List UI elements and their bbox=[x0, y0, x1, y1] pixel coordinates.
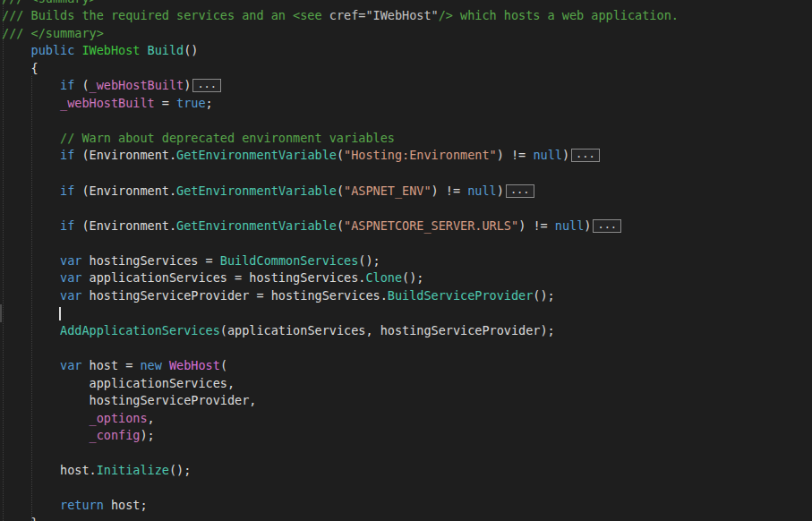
code-line[interactable] bbox=[2, 235, 679, 252]
code-token-pln: (); bbox=[358, 253, 380, 268]
code-token-kw: var bbox=[60, 253, 81, 268]
code-token-pln: (Environment. bbox=[74, 148, 176, 162]
folded-region-marker[interactable]: ... bbox=[506, 184, 534, 198]
code-token-pln: ( bbox=[74, 78, 89, 92]
code-token-pln bbox=[2, 253, 60, 268]
code-token-pln bbox=[2, 148, 60, 162]
code-line[interactable]: if (Environment.GetEnvironmentVariable("… bbox=[2, 218, 679, 235]
code-token-meth: Clone bbox=[365, 270, 402, 285]
code-token-kw: null bbox=[533, 148, 562, 162]
code-token-pln bbox=[2, 323, 60, 337]
code-token-com: // Warn about deprecated environment var… bbox=[2, 131, 395, 145]
code-token-pln: hostingServices = bbox=[81, 253, 219, 268]
code-token-pln bbox=[2, 428, 90, 442]
code-area[interactable]: /// <summary>/// Builds the required ser… bbox=[2, 0, 679, 521]
code-line[interactable]: /// <summary> bbox=[2, 0, 679, 7]
code-token-kw: null bbox=[555, 218, 585, 233]
code-line[interactable]: public IWebHost Build() bbox=[2, 42, 679, 60]
code-line[interactable] bbox=[2, 112, 679, 130]
code-token-pln: } bbox=[2, 516, 38, 521]
folded-region-marker[interactable]: ... bbox=[593, 219, 621, 233]
code-line[interactable]: } bbox=[2, 515, 679, 521]
code-line[interactable]: return host; bbox=[2, 497, 679, 515]
code-line[interactable]: AddApplicationServices(applicationServic… bbox=[2, 322, 679, 340]
code-token-kw: true bbox=[176, 96, 206, 110]
code-line[interactable]: if (_webHostBuilt)... bbox=[2, 77, 679, 95]
code-line[interactable] bbox=[2, 445, 679, 463]
code-token-pln: ( bbox=[220, 358, 227, 372]
code-token-docattr: cref="IWebHost" bbox=[329, 8, 439, 22]
code-token-pln: ( bbox=[337, 218, 344, 233]
code-line[interactable]: _config); bbox=[2, 427, 679, 445]
code-token-meth: Build bbox=[148, 43, 184, 57]
code-line[interactable] bbox=[2, 339, 679, 357]
code-line[interactable]: var hostingServices = BuildCommonService… bbox=[2, 252, 679, 270]
code-token-pln: (); bbox=[533, 288, 554, 303]
code-line[interactable]: var hostingServiceProvider = hostingServ… bbox=[2, 287, 679, 305]
code-line[interactable]: /// </summary> bbox=[2, 25, 679, 43]
code-line[interactable]: // Warn about deprecated environment var… bbox=[2, 130, 679, 148]
code-token-pln: ) != bbox=[497, 148, 534, 162]
code-token-fld: _webHostBuilt bbox=[90, 78, 184, 92]
code-token-fld: _options bbox=[90, 411, 148, 425]
code-token-pln: , bbox=[148, 411, 155, 425]
code-token-pln: () bbox=[184, 43, 198, 57]
code-token-kw: if bbox=[60, 78, 74, 92]
code-line[interactable]: _options, bbox=[2, 410, 679, 428]
code-token-pln bbox=[2, 43, 31, 57]
folded-region-marker[interactable]: ... bbox=[192, 79, 221, 92]
code-token-kw: return bbox=[60, 498, 104, 512]
code-line[interactable] bbox=[2, 200, 679, 218]
code-line[interactable]: { bbox=[2, 60, 679, 78]
code-token-kw: if bbox=[60, 184, 74, 198]
code-token-pln bbox=[2, 288, 60, 303]
code-token-kw: var bbox=[60, 288, 81, 303]
code-token-pln: hostingServiceProvider, bbox=[2, 393, 256, 407]
code-token-kw: new bbox=[140, 358, 161, 372]
code-token-typc: WebHost bbox=[169, 358, 220, 372]
code-token-pln: ) != bbox=[432, 184, 468, 198]
code-token-pln: (applicationServices, hostingServiceProv… bbox=[220, 323, 555, 337]
caret bbox=[59, 307, 61, 320]
code-token-meth: GetEnvironmentVariable bbox=[176, 184, 337, 198]
code-token-pln: ) bbox=[584, 218, 591, 233]
code-token-pln: ); bbox=[140, 428, 154, 442]
code-line[interactable]: hostingServiceProvider, bbox=[2, 392, 679, 410]
code-line[interactable] bbox=[2, 480, 679, 498]
code-token-doc: /// <summary> bbox=[2, 0, 97, 5]
code-token-kw: if bbox=[60, 148, 74, 162]
code-token-pln: { bbox=[2, 61, 38, 75]
code-token-pln: applicationServices = hostingServices. bbox=[81, 270, 365, 285]
code-token-str: "Hosting:Environment" bbox=[344, 148, 497, 162]
folded-region-marker[interactable]: ... bbox=[571, 149, 600, 162]
code-token-pln bbox=[2, 358, 60, 372]
code-token-pln: host = bbox=[81, 358, 140, 372]
editor-surface[interactable]: /// <summary>/// Builds the required ser… bbox=[0, 0, 812, 521]
code-token-meth: AddApplicationServices bbox=[60, 323, 220, 337]
code-line[interactable]: applicationServices, bbox=[2, 375, 679, 393]
code-token-typi: IWebHost bbox=[81, 43, 147, 57]
code-token-pln: host; bbox=[104, 498, 148, 512]
code-token-pln bbox=[162, 358, 169, 372]
code-line[interactable]: host.Initialize(); bbox=[2, 462, 679, 480]
code-token-doc: /> which hosts a web application. bbox=[439, 8, 679, 22]
code-token-str: "ASPNET_ENV" bbox=[344, 184, 432, 198]
code-line[interactable]: var applicationServices = hostingService… bbox=[2, 269, 679, 287]
code-line[interactable]: if (Environment.GetEnvironmentVariable("… bbox=[2, 183, 679, 201]
code-token-fld: _webHostBuilt bbox=[60, 96, 155, 110]
code-token-pln bbox=[2, 218, 60, 233]
code-token-doc: /// </summary> bbox=[2, 26, 104, 40]
code-token-meth: Initialize bbox=[97, 463, 169, 477]
code-token-fld: _config bbox=[90, 428, 141, 442]
code-line[interactable]: if (Environment.GetEnvironmentVariable("… bbox=[2, 147, 679, 165]
code-line[interactable] bbox=[2, 165, 679, 183]
code-line[interactable]: /// Builds the required services and an … bbox=[2, 7, 679, 25]
code-token-pln bbox=[2, 270, 60, 285]
code-line[interactable]: _webHostBuilt = true; bbox=[2, 95, 679, 113]
code-token-pln: (Environment. bbox=[74, 184, 176, 198]
code-token-pln: ( bbox=[337, 184, 344, 198]
current-code-line[interactable] bbox=[2, 304, 679, 322]
code-token-kw: null bbox=[467, 184, 497, 198]
code-line[interactable]: var host = new WebHost( bbox=[2, 357, 679, 375]
code-token-pln bbox=[2, 78, 60, 92]
